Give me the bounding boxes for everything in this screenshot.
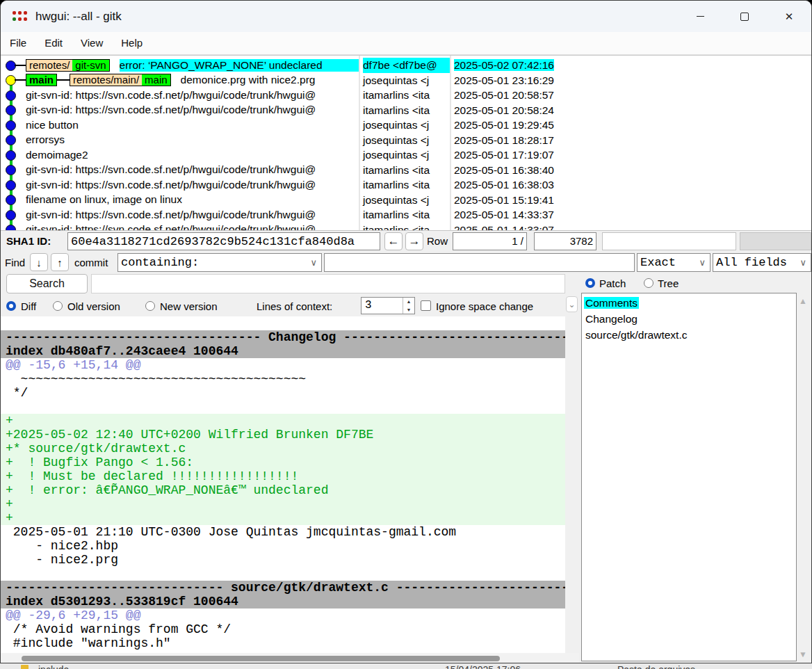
commit-date[interactable]: 2025-05-01 19:29:45 xyxy=(451,118,811,133)
scroll-up-icon[interactable]: ▲ xyxy=(799,296,807,306)
commit-row[interactable]: filename on linux, image on linux xyxy=(1,193,359,208)
diff-radio[interactable] xyxy=(6,301,16,311)
close-button[interactable]: ✕ xyxy=(767,1,811,32)
ignore-space-label[interactable]: Ignore space change xyxy=(436,300,533,312)
commit-message[interactable]: filename on linux, image on linux xyxy=(26,193,359,206)
commit-row[interactable]: git-svn-id: https://svn.code.sf.net/p/hw… xyxy=(1,223,359,231)
minimize-button[interactable] xyxy=(678,1,722,32)
commit-author[interactable]: itamarlins <ita xyxy=(360,88,450,103)
commit-author[interactable]: josequintas <j xyxy=(360,118,450,133)
commit-message[interactable]: git-svn-id: https://svn.code.sf.net/p/hw… xyxy=(26,89,359,102)
find-query-input[interactable] xyxy=(324,253,635,272)
menu-edit[interactable]: Edit xyxy=(35,32,72,54)
commit-node-blue[interactable] xyxy=(6,150,16,161)
commit-node-blue[interactable] xyxy=(6,225,16,230)
commit-message[interactable]: git-svn-id: https://svn.code.sf.net/p/hw… xyxy=(26,163,359,176)
history-forward-button[interactable]: → xyxy=(405,232,423,250)
branch-label[interactable]: main xyxy=(26,74,57,86)
commit-date[interactable]: 2025-05-01 20:58:24 xyxy=(451,103,811,118)
diff-horizontal-scrollbar[interactable] xyxy=(1,653,579,663)
commit-row[interactable]: git-svn-id: https://svn.code.sf.net/p/hw… xyxy=(1,163,359,178)
search-button[interactable]: Search xyxy=(6,274,88,293)
commit-date[interactable]: 2025-05-01 20:58:57 xyxy=(451,88,811,103)
branch-label[interactable]: remotes/git-svn xyxy=(26,59,110,72)
commit-author[interactable]: itamarlins <ita xyxy=(360,207,450,223)
commit-author[interactable]: josequintas <j xyxy=(360,133,450,148)
menu-view[interactable]: View xyxy=(72,32,112,54)
commit-date[interactable]: 2025-05-01 15:19:41 xyxy=(451,193,811,208)
commit-message[interactable]: git-svn-id: https://svn.code.sf.net/p/hw… xyxy=(26,209,359,221)
old-version-radio[interactable] xyxy=(53,301,63,311)
maximize-button[interactable] xyxy=(722,1,767,32)
commit-author[interactable]: josequintas <j xyxy=(360,73,450,88)
commit-message[interactable]: nice button xyxy=(26,119,359,131)
commit-node-blue[interactable] xyxy=(6,210,16,220)
commit-author[interactable]: josequintas <j xyxy=(360,147,450,163)
find-prev-button[interactable]: ↑ xyxy=(51,253,69,271)
commit-node-blue[interactable] xyxy=(6,120,16,131)
commit-date[interactable]: 2025-05-01 23:16:29 xyxy=(451,73,811,88)
commit-node-blue[interactable] xyxy=(6,180,16,191)
find-fields-select[interactable]: All fields ∨ xyxy=(713,253,811,272)
commit-row[interactable]: git-svn-id: https://svn.code.sf.net/p/hw… xyxy=(1,88,359,103)
commit-row[interactable]: errorsys xyxy=(1,133,359,148)
commit-node-blue[interactable] xyxy=(6,105,16,115)
commit-author[interactable]: itamarlins <ita xyxy=(360,223,450,231)
new-version-radio[interactable] xyxy=(145,301,155,311)
commit-author[interactable]: itamarlins <ita xyxy=(360,163,450,178)
history-back-button[interactable]: ← xyxy=(384,232,403,250)
commit-message[interactable]: git-svn-id: https://svn.code.sf.net/p/hw… xyxy=(26,223,359,230)
commit-message[interactable]: git-svn-id: https://svn.code.sf.net/p/hw… xyxy=(26,104,359,116)
tree-radio[interactable] xyxy=(644,278,653,288)
sha1-input[interactable] xyxy=(67,232,380,250)
scrollbar-thumb[interactable] xyxy=(22,656,500,661)
find-next-button[interactable]: ↓ xyxy=(30,253,48,271)
menu-file[interactable]: File xyxy=(1,32,35,54)
scrollbar-chevron-icon[interactable]: ⌄ xyxy=(566,296,578,312)
patch-radio-label[interactable]: Patch xyxy=(599,277,626,289)
spin-down-icon[interactable]: ▼ xyxy=(403,306,414,314)
commit-message[interactable]: errorsys xyxy=(26,134,359,146)
tree-radio-label[interactable]: Tree xyxy=(658,277,679,289)
patch-radio[interactable] xyxy=(585,278,595,288)
ignore-space-checkbox[interactable] xyxy=(421,300,431,311)
file-list-item[interactable]: source/gtk/drawtext.c xyxy=(584,327,796,343)
commit-date[interactable]: 2025-05-01 16:38:40 xyxy=(451,163,811,178)
commit-message[interactable]: git-svn-id: https://svn.code.sf.net/p/hw… xyxy=(26,179,359,191)
diff-vertical-scrollbar[interactable]: ⌄ xyxy=(565,295,579,663)
lines-of-context-stepper[interactable]: 3 ▲ ▼ xyxy=(361,297,415,314)
commit-date[interactable]: 2025-05-01 17:19:07 xyxy=(451,147,811,163)
branch-label[interactable]: remotes/main/main xyxy=(70,74,171,86)
old-version-label[interactable]: Old version xyxy=(67,300,120,312)
commit-author[interactable]: josequintas <j xyxy=(360,193,450,208)
commit-date[interactable]: 2025-05-01 14:33:37 xyxy=(451,207,811,223)
commit-author[interactable]: itamarlins <ita xyxy=(360,103,450,118)
commit-row[interactable]: git-svn-id: https://svn.code.sf.net/p/hw… xyxy=(1,103,359,118)
commit-date[interactable]: 2025-05-01 14:33:07 xyxy=(451,223,811,231)
spin-up-icon[interactable]: ▲ xyxy=(403,298,414,306)
commit-date[interactable]: 2025-05-02 07:42:16 xyxy=(451,58,811,73)
find-match-select[interactable]: Exact ∨ xyxy=(637,253,710,272)
commit-date[interactable]: 2025-05-01 16:38:03 xyxy=(451,177,811,193)
find-type-select[interactable]: containing: ∨ xyxy=(117,253,322,272)
commit-date[interactable]: 2025-05-01 18:28:17 xyxy=(451,133,811,148)
commit-node-blue[interactable] xyxy=(6,90,16,101)
commit-row[interactable]: remotes/git-svnerror: ‘PANGO_WRAP_NONE’ … xyxy=(1,58,359,73)
commit-node-blue[interactable] xyxy=(6,165,16,175)
menu-help[interactable]: Help xyxy=(112,32,152,54)
scroll-down-icon[interactable]: ▼ xyxy=(799,650,807,659)
commit-row[interactable]: mainremotes/main/maindemonice.prg with n… xyxy=(1,73,359,88)
file-list-item[interactable]: Comments xyxy=(584,295,796,311)
commit-row[interactable]: git-svn-id: https://svn.code.sf.net/p/hw… xyxy=(1,207,359,223)
file-list-scrollbar[interactable]: ▲ ▼ xyxy=(797,294,811,661)
commit-row[interactable]: nice button xyxy=(1,118,359,133)
commit-message[interactable]: demoimage2 xyxy=(26,149,359,161)
diff-search-input[interactable] xyxy=(91,274,565,293)
commit-node-blue[interactable] xyxy=(6,195,16,205)
commit-author[interactable]: itamarlins <ita xyxy=(360,177,450,193)
diff-radio-label[interactable]: Diff xyxy=(21,300,36,312)
commit-message[interactable]: demonice.prg with nice2.prg xyxy=(181,74,359,86)
new-version-label[interactable]: New version xyxy=(160,300,218,312)
commit-node-blue[interactable] xyxy=(6,135,16,145)
file-list-item[interactable]: Changelog xyxy=(584,311,796,327)
